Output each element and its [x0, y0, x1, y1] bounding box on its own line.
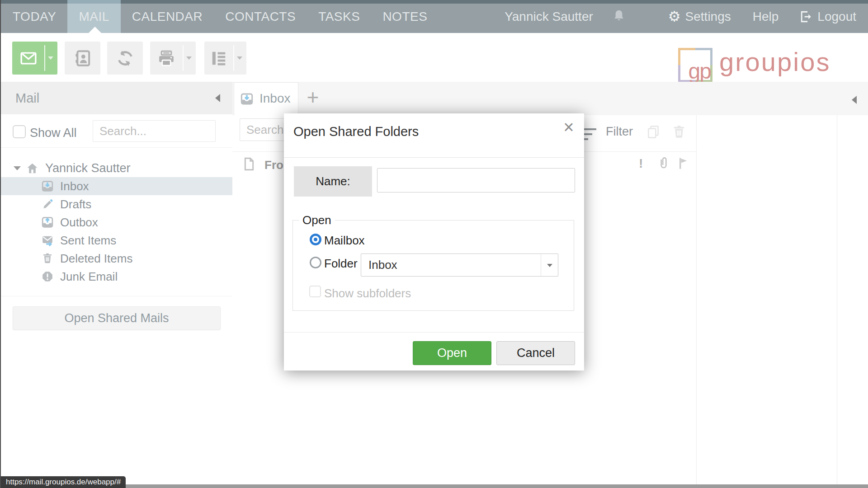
mailbox-radio[interactable]: [310, 234, 321, 245]
open-group-label: Open: [299, 213, 335, 227]
window-bottom-edge: [0, 484, 868, 488]
divider: [284, 332, 584, 333]
open-shared-folders-dialog: Open Shared Folders × Name: Open Mailbox…: [284, 113, 584, 371]
name-input[interactable]: [377, 168, 575, 192]
folder-radio[interactable]: [310, 257, 321, 268]
folder-select-value: Inbox: [368, 254, 397, 276]
window-left-edge: [0, 0, 1, 488]
status-url-tooltip: https://mail.groupios.de/webapp/#: [1, 476, 126, 488]
select-arrow-box[interactable]: [541, 254, 558, 276]
mailbox-radio-label: Mailbox: [324, 234, 365, 248]
cancel-button[interactable]: Cancel: [496, 341, 575, 365]
show-subfolders-checkbox[interactable]: [309, 286, 321, 297]
webmail-app: TODAYMAILCALENDARCONTACTSTASKSNOTES Yann…: [0, 0, 868, 488]
folder-select[interactable]: Inbox: [361, 253, 558, 277]
divider: [284, 157, 584, 158]
folder-radio-label: Folder: [324, 257, 358, 271]
dialog-title: Open Shared Folders: [293, 124, 419, 139]
name-label: Name:: [294, 166, 372, 197]
show-subfolders-label: Show subfolders: [324, 286, 411, 300]
chevron-down-icon: [547, 264, 552, 267]
close-icon[interactable]: ×: [561, 118, 577, 136]
open-button[interactable]: Open: [413, 341, 491, 365]
